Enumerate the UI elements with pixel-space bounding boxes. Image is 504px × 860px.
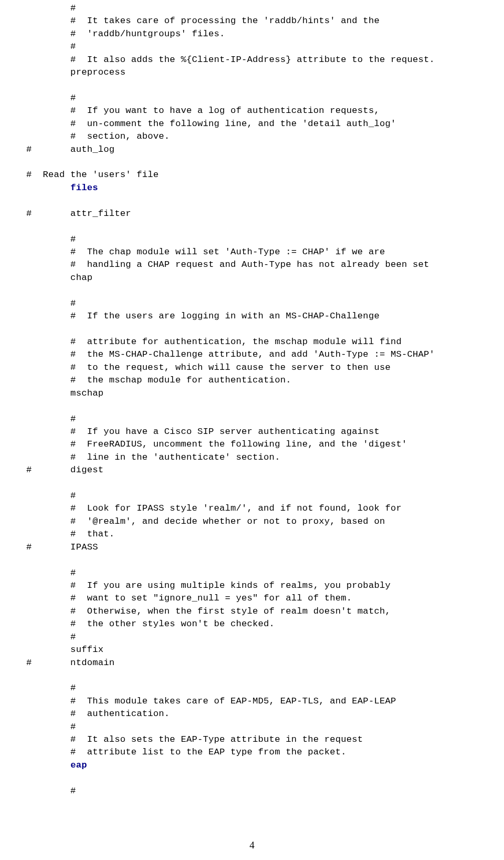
code-line: # the other styles won't be checked.	[0, 618, 504, 630]
code-line	[0, 194, 504, 207]
code-line: # to the request, which will cause the s…	[0, 361, 504, 374]
code-line: # IPASS	[0, 541, 504, 554]
code-line: # '@realm', and decide whether or not to…	[0, 515, 504, 528]
code-line: # want to set "ignore_null = yes" for al…	[0, 592, 504, 605]
code-line: suffix	[0, 644, 504, 656]
code-line: # It also sets the EAP-Type attribute in…	[0, 733, 504, 746]
code-line: # line in the 'authenticate' section.	[0, 451, 504, 464]
code-line: eap	[0, 759, 504, 772]
keyword: files	[70, 183, 98, 193]
code-line: # that.	[0, 528, 504, 541]
code-line	[0, 220, 504, 233]
code-line: # Look for IPASS style 'realm/', and if …	[0, 502, 504, 515]
code-line: # attr_filter	[0, 208, 504, 220]
code-line: #	[0, 567, 504, 579]
code-line: # Read the 'users' file	[0, 169, 504, 181]
code-line: # It also adds the %{Client-IP-Address} …	[0, 54, 504, 66]
code-line	[0, 554, 504, 566]
code-line: # If you want to have a log of authentic…	[0, 105, 504, 117]
code-line: #	[0, 631, 504, 644]
code-line: chap	[0, 272, 504, 284]
code-line: # If you are using multiple kinds of rea…	[0, 579, 504, 592]
code-line: #	[0, 2, 504, 15]
code-line: # un-comment the following line, and the…	[0, 118, 504, 130]
code-line: #	[0, 40, 504, 53]
code-block: # # It takes care of processing the 'rad…	[0, 2, 504, 797]
code-line: #	[0, 92, 504, 105]
code-line: # If you have a Cisco SIP server authent…	[0, 426, 504, 438]
code-line	[0, 669, 504, 682]
code-line: #	[0, 785, 504, 797]
code-line: # ntdomain	[0, 657, 504, 669]
code-line	[0, 284, 504, 297]
code-line: # Otherwise, when the first style of rea…	[0, 605, 504, 618]
code-line: # handling a CHAP request and Auth-Type …	[0, 258, 504, 271]
code-line: mschap	[0, 387, 504, 400]
code-line: # FreeRADIUS, uncomment the following li…	[0, 438, 504, 451]
code-line: #	[0, 297, 504, 310]
code-line: # section, above.	[0, 130, 504, 143]
code-line	[0, 156, 504, 169]
code-line	[0, 477, 504, 490]
keyword: eap	[70, 760, 87, 770]
code-line: # The chap module will set 'Auth-Type :=…	[0, 246, 504, 258]
code-line	[0, 79, 504, 92]
code-line	[0, 772, 504, 784]
code-line: # This module takes care of EAP-MD5, EAP…	[0, 695, 504, 708]
code-line: # auth_log	[0, 143, 504, 156]
code-line	[0, 400, 504, 412]
code-line: # the mschap module for authentication.	[0, 374, 504, 387]
code-line	[0, 323, 504, 336]
code-line: # If the users are logging in with an MS…	[0, 310, 504, 323]
code-line: preprocess	[0, 66, 504, 79]
code-line: # 'raddb/huntgroups' files.	[0, 28, 504, 40]
code-line: #	[0, 490, 504, 502]
code-line: #	[0, 682, 504, 695]
code-line: # It takes care of processing the 'raddb…	[0, 15, 504, 27]
code-line: #	[0, 413, 504, 426]
code-line: # attribute list to the EAP type from th…	[0, 746, 504, 759]
code-line: # the MS-CHAP-Challenge attribute, and a…	[0, 348, 504, 361]
code-line: # attribute for authentication, the msch…	[0, 336, 504, 348]
code-line: #	[0, 721, 504, 733]
code-line: # authentication.	[0, 708, 504, 720]
document-page: # # It takes care of processing the 'rad…	[0, 0, 504, 860]
code-line: files	[0, 182, 504, 194]
page-number: 4	[0, 838, 504, 853]
code-line: # digest	[0, 464, 504, 476]
code-line: #	[0, 233, 504, 246]
